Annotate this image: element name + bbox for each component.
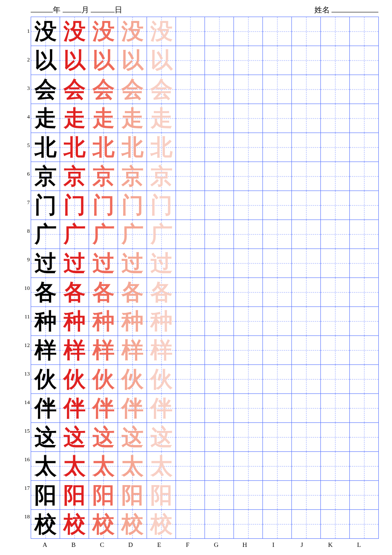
practice-cell[interactable]: [350, 162, 379, 191]
practice-cell[interactable]: [234, 17, 263, 46]
practice-cell[interactable]: [350, 510, 379, 539]
practice-cell[interactable]: [176, 423, 205, 452]
practice-cell[interactable]: [176, 17, 205, 46]
practice-cell[interactable]: [292, 336, 321, 365]
practice-cell[interactable]: [350, 17, 379, 46]
practice-cell[interactable]: [263, 75, 292, 104]
practice-cell[interactable]: [263, 17, 292, 46]
practice-cell[interactable]: [350, 220, 379, 249]
practice-cell[interactable]: [234, 510, 263, 539]
practice-cell[interactable]: [234, 278, 263, 307]
practice-cell[interactable]: [321, 481, 350, 510]
practice-cell[interactable]: [205, 17, 234, 46]
practice-cell[interactable]: [263, 191, 292, 220]
practice-cell[interactable]: [321, 46, 350, 75]
practice-cell[interactable]: [205, 220, 234, 249]
practice-cell[interactable]: [205, 46, 234, 75]
practice-cell[interactable]: [176, 336, 205, 365]
practice-cell[interactable]: [234, 133, 263, 162]
practice-cell[interactable]: [205, 278, 234, 307]
practice-cell[interactable]: [263, 394, 292, 423]
practice-cell[interactable]: [205, 481, 234, 510]
day-blank[interactable]: [91, 4, 115, 12]
practice-cell[interactable]: [176, 162, 205, 191]
practice-cell[interactable]: [234, 249, 263, 278]
practice-cell[interactable]: [321, 307, 350, 336]
practice-cell[interactable]: [292, 423, 321, 452]
practice-cell[interactable]: [176, 307, 205, 336]
practice-cell[interactable]: [321, 220, 350, 249]
practice-cell[interactable]: [234, 307, 263, 336]
practice-cell[interactable]: [234, 162, 263, 191]
practice-cell[interactable]: [321, 17, 350, 46]
practice-cell[interactable]: [176, 46, 205, 75]
practice-cell[interactable]: [350, 423, 379, 452]
practice-cell[interactable]: [205, 423, 234, 452]
practice-cell[interactable]: [205, 133, 234, 162]
practice-cell[interactable]: [292, 394, 321, 423]
practice-cell[interactable]: [234, 423, 263, 452]
practice-cell[interactable]: [263, 481, 292, 510]
practice-cell[interactable]: [321, 104, 350, 133]
practice-cell[interactable]: [263, 133, 292, 162]
practice-cell[interactable]: [350, 452, 379, 481]
month-blank[interactable]: [63, 4, 81, 12]
practice-cell[interactable]: [263, 46, 292, 75]
practice-cell[interactable]: [292, 307, 321, 336]
practice-cell[interactable]: [205, 336, 234, 365]
practice-cell[interactable]: [350, 278, 379, 307]
practice-cell[interactable]: [350, 133, 379, 162]
practice-cell[interactable]: [263, 249, 292, 278]
practice-cell[interactable]: [350, 481, 379, 510]
practice-cell[interactable]: [176, 249, 205, 278]
practice-cell[interactable]: [321, 278, 350, 307]
practice-cell[interactable]: [321, 510, 350, 539]
practice-cell[interactable]: [321, 423, 350, 452]
practice-cell[interactable]: [292, 17, 321, 46]
practice-cell[interactable]: [234, 365, 263, 394]
practice-cell[interactable]: [321, 394, 350, 423]
practice-cell[interactable]: [263, 452, 292, 481]
year-blank[interactable]: [31, 4, 53, 12]
practice-cell[interactable]: [176, 75, 205, 104]
practice-cell[interactable]: [292, 162, 321, 191]
practice-cell[interactable]: [292, 249, 321, 278]
practice-cell[interactable]: [205, 75, 234, 104]
practice-cell[interactable]: [205, 394, 234, 423]
practice-cell[interactable]: [234, 452, 263, 481]
practice-cell[interactable]: [263, 278, 292, 307]
practice-cell[interactable]: [176, 104, 205, 133]
practice-cell[interactable]: [234, 336, 263, 365]
practice-cell[interactable]: [176, 481, 205, 510]
practice-cell[interactable]: [234, 220, 263, 249]
practice-cell[interactable]: [292, 452, 321, 481]
practice-cell[interactable]: [205, 249, 234, 278]
practice-cell[interactable]: [350, 336, 379, 365]
practice-cell[interactable]: [234, 104, 263, 133]
practice-cell[interactable]: [205, 162, 234, 191]
practice-cell[interactable]: [350, 46, 379, 75]
name-blank[interactable]: [331, 4, 378, 12]
practice-cell[interactable]: [350, 307, 379, 336]
practice-cell[interactable]: [263, 336, 292, 365]
practice-cell[interactable]: [234, 46, 263, 75]
practice-cell[interactable]: [321, 75, 350, 104]
practice-cell[interactable]: [321, 133, 350, 162]
practice-cell[interactable]: [292, 278, 321, 307]
practice-cell[interactable]: [263, 162, 292, 191]
practice-cell[interactable]: [350, 75, 379, 104]
practice-cell[interactable]: [321, 365, 350, 394]
practice-cell[interactable]: [350, 394, 379, 423]
practice-cell[interactable]: [292, 365, 321, 394]
practice-cell[interactable]: [321, 191, 350, 220]
practice-cell[interactable]: [292, 46, 321, 75]
practice-cell[interactable]: [292, 481, 321, 510]
practice-cell[interactable]: [176, 452, 205, 481]
practice-cell[interactable]: [205, 452, 234, 481]
practice-cell[interactable]: [263, 104, 292, 133]
practice-cell[interactable]: [176, 394, 205, 423]
practice-cell[interactable]: [321, 249, 350, 278]
practice-cell[interactable]: [292, 75, 321, 104]
practice-cell[interactable]: [205, 104, 234, 133]
practice-cell[interactable]: [205, 191, 234, 220]
